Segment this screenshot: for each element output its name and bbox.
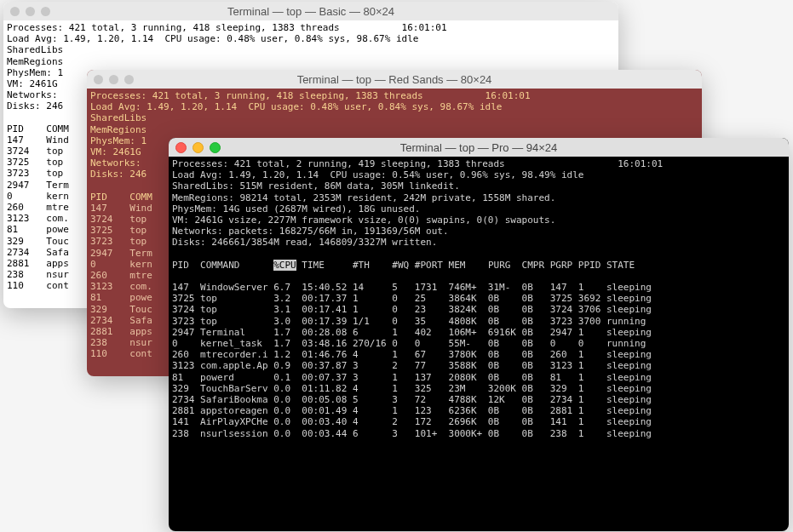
physmem-line: PhysMem: 14G used (2687M wired), 18G unu… (172, 203, 420, 215)
process-rows: 147 Wind 3724 top 3725 top 3723 top 2947… (90, 203, 152, 359)
traffic-lights (10, 7, 50, 16)
sharedlibs-line: SharedLibs (90, 112, 147, 123)
traffic-lights (94, 75, 134, 84)
window-title: Terminal — top — Red Sands — 80×24 (94, 73, 695, 86)
maximize-icon[interactable] (41, 7, 50, 16)
process-rows: 147 Wind 3724 top 3725 top 3723 top 2947… (7, 134, 69, 291)
titlebar[interactable]: Terminal — top — Basic — 80×24 (3, 2, 618, 20)
table-header: PID COMMAND %CPU TIME #TH #WQ #PORT MEM … (172, 260, 652, 271)
close-icon[interactable] (175, 142, 187, 153)
minimize-icon[interactable] (109, 75, 118, 84)
close-icon[interactable] (10, 7, 20, 16)
disks-line: Disks: 246 (7, 100, 63, 112)
clock: 16:01:01 (402, 22, 447, 33)
sharedlibs-line: SharedLibs: 515M resident, 86M data, 305… (172, 180, 460, 192)
vm-line: VM: 2461G (7, 78, 58, 89)
clock: 16:01:01 (486, 90, 531, 101)
titlebar[interactable]: Terminal — top — Pro — 94×24 (169, 138, 789, 157)
processes-line: Processes: 421 total, 3 running, 418 sle… (90, 90, 423, 101)
disks-line: Disks: 246 (90, 169, 147, 180)
terminal-window-pro[interactable]: Terminal — top — Pro — 94×24 Processes: … (169, 138, 789, 531)
load-line: Load Avg: 1.49, 1.20, 1.14 CPU usage: 0.… (172, 169, 583, 180)
load-line: Load Avg: 1.49, 1.20, 1.14 CPU usage: 0.… (90, 101, 502, 112)
physmem-line: PhysMem: 1 (90, 135, 147, 146)
window-title: Terminal — top — Pro — 94×24 (175, 141, 782, 154)
networks-line: Networks: packets: 168275/66M in, 191369… (172, 226, 449, 237)
table-header: PID COMM (7, 123, 69, 134)
networks-line: Networks: (90, 157, 141, 169)
physmem-line: PhysMem: 1 (7, 67, 63, 78)
process-rows: 147 WindowServer 6.7 15:40.52 14 5 1731 … (172, 282, 652, 438)
titlebar[interactable]: Terminal — top — Red Sands — 80×24 (87, 70, 702, 89)
maximize-icon[interactable] (124, 75, 134, 84)
memregions-line: MemRegions (7, 56, 63, 67)
table-header: PID COMM (90, 192, 152, 203)
traffic-lights (175, 142, 221, 153)
sharedlibs-line: SharedLibs (7, 44, 63, 55)
networks-line: Networks: (7, 89, 58, 100)
vm-line: VM: 2461G vsize, 2277M framework vsize, … (172, 215, 555, 226)
terminal-content[interactable]: Processes: 421 total, 2 running, 419 sle… (169, 157, 789, 441)
close-icon[interactable] (94, 75, 103, 84)
minimize-icon[interactable] (193, 142, 204, 153)
vm-line: VM: 2461G (90, 146, 141, 157)
maximize-icon[interactable] (210, 142, 221, 153)
load-line: Load Avg: 1.49, 1.20, 1.14 CPU usage: 0.… (7, 33, 418, 44)
processes-line: Processes: 421 total, 2 running, 419 sle… (172, 158, 505, 169)
minimize-icon[interactable] (26, 7, 35, 16)
disks-line: Disks: 246661/3854M read, 146809/3327M w… (172, 237, 437, 248)
clock: 16:01:01 (618, 158, 663, 169)
memregions-line: MemRegions: 98214 total, 2353M resident,… (172, 192, 555, 203)
memregions-line: MemRegions (90, 124, 147, 135)
processes-line: Processes: 421 total, 3 running, 418 sle… (7, 22, 340, 33)
sort-column-highlight: %CPU (273, 260, 296, 271)
window-title: Terminal — top — Basic — 80×24 (10, 5, 612, 18)
